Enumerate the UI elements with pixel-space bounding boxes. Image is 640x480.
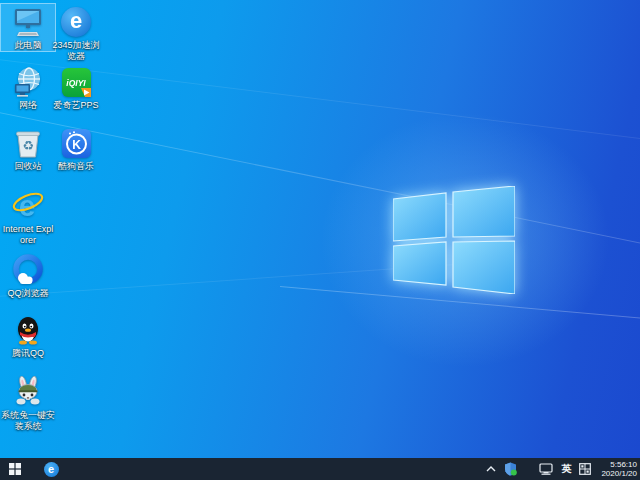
svg-text:K: K bbox=[72, 138, 81, 152]
desktop-icon-label: 系统兔一键安装系统 bbox=[1, 410, 55, 432]
desktop-icon-label: 腾讯QQ bbox=[12, 348, 44, 359]
qq-browser-icon bbox=[11, 253, 45, 287]
desktop-icon-label: QQ浏览器 bbox=[7, 288, 48, 299]
network-icon bbox=[11, 65, 45, 99]
windows-desktop-screen: 此电脑 网络 bbox=[0, 0, 640, 480]
desktop-icon-internet-explorer[interactable]: e Internet Explorer bbox=[1, 188, 55, 246]
start-button[interactable] bbox=[0, 458, 30, 480]
desktop-icon-2345-browser[interactable]: e 2345加速浏览器 bbox=[49, 4, 103, 62]
taskbar-clock[interactable]: 5:56:10 2020/1/20 bbox=[599, 460, 637, 479]
desktop-icon-label: 网络 bbox=[19, 100, 37, 111]
svg-text:iQIYI: iQIYI bbox=[66, 78, 86, 88]
desktop-icon-iqiyi-pps[interactable]: iQIYI 爱奇艺PPS bbox=[49, 64, 103, 111]
this-pc-icon bbox=[11, 5, 45, 39]
2345-browser-icon: e bbox=[59, 5, 93, 39]
windows-logo-wallpaper bbox=[393, 186, 515, 294]
desktop-icon-network[interactable]: 网络 bbox=[1, 64, 55, 111]
windows-start-icon bbox=[9, 463, 21, 475]
taskbar: e bbox=[0, 458, 640, 480]
clock-time: 5:56:10 bbox=[601, 460, 637, 470]
desktop-wallpaper[interactable]: 此电脑 网络 bbox=[0, 0, 640, 458]
security-shield-tray-icon[interactable] bbox=[504, 458, 517, 480]
desktop-icon-label: 2345加速浏览器 bbox=[49, 40, 103, 62]
system-rabbit-icon bbox=[11, 375, 45, 409]
desktop-icon-kugou-music[interactable]: K 酷狗音乐 bbox=[49, 125, 103, 172]
system-tray: 英 5:56:10 2020/1/20 bbox=[486, 458, 637, 480]
recycle-bin-icon: ♻ bbox=[11, 126, 45, 160]
desktop-icon-label: 回收站 bbox=[15, 161, 42, 172]
taskbar-2345-browser-button[interactable]: e bbox=[36, 458, 66, 480]
2345-browser-taskbar-icon: e bbox=[44, 462, 59, 477]
desktop-icon-tencent-qq[interactable]: 腾讯QQ bbox=[1, 312, 55, 359]
show-hidden-icons-button[interactable] bbox=[486, 458, 496, 480]
internet-explorer-icon: e bbox=[11, 189, 45, 223]
desktop-icon-label: 此电脑 bbox=[15, 40, 42, 51]
network-tray-icon[interactable] bbox=[539, 458, 553, 480]
desktop-icon-system-rabbit[interactable]: 系统兔一键安装系统 bbox=[1, 374, 55, 432]
iqiyi-pps-icon: iQIYI bbox=[59, 65, 93, 99]
tencent-qq-icon bbox=[11, 313, 45, 347]
svg-text:♻: ♻ bbox=[22, 138, 34, 153]
input-language-indicator[interactable]: 英 bbox=[561, 458, 571, 480]
desktop-icon-this-pc[interactable]: 此电脑 bbox=[1, 4, 55, 51]
desktop-icon-label: Internet Explorer bbox=[1, 224, 55, 246]
ime-tray-icon[interactable] bbox=[579, 458, 591, 480]
desktop-icon-label: 爱奇艺PPS bbox=[53, 100, 98, 111]
shield-icon bbox=[504, 462, 517, 476]
chevron-up-icon bbox=[486, 466, 496, 472]
clock-date: 2020/1/20 bbox=[601, 469, 637, 479]
ime-grid-icon bbox=[579, 463, 591, 475]
ethernet-display-icon bbox=[539, 463, 553, 475]
desktop-icon-recycle-bin[interactable]: ♻ 回收站 bbox=[1, 125, 55, 172]
desktop-icon-label: 酷狗音乐 bbox=[58, 161, 94, 172]
desktop-icon-qq-browser[interactable]: QQ浏览器 bbox=[1, 252, 55, 299]
kugou-music-icon: K bbox=[59, 126, 93, 160]
